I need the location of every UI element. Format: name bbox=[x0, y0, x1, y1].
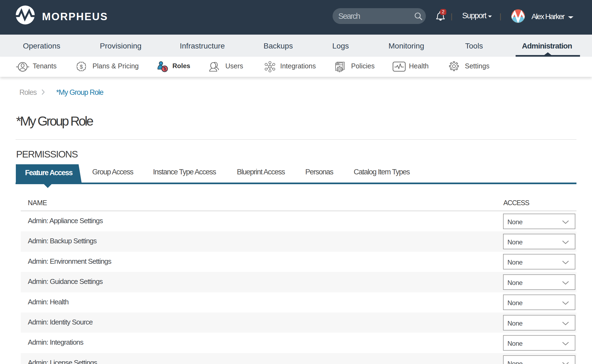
svg-text:$: $ bbox=[80, 63, 83, 70]
